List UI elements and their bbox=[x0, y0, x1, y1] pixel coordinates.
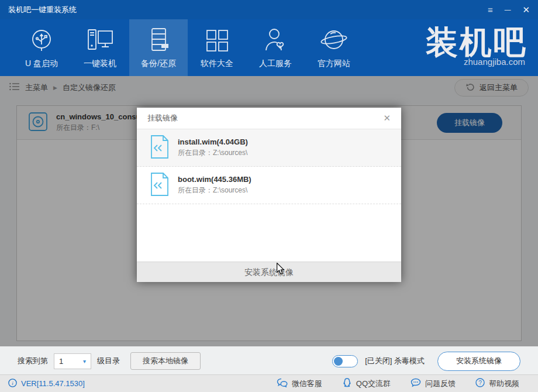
bottom-right-group: [已关闭] 杀毒模式 安装系统镜像 bbox=[332, 352, 520, 371]
mouse-cursor bbox=[276, 263, 285, 277]
brand-logo: 装机吧 zhuangjiba.com bbox=[426, 23, 527, 67]
nav-tab-label: 软件大全 bbox=[201, 59, 233, 69]
list-item[interactable]: boot.wim(445.36MB) 所在目录：Z:\sources\ bbox=[137, 167, 401, 204]
chevron-down-icon: ▾ bbox=[83, 358, 86, 365]
dialog-header: 挂载镜像 ✕ bbox=[137, 108, 401, 129]
wim-file-icon bbox=[150, 135, 170, 161]
computer-icon bbox=[86, 26, 114, 54]
usb-icon bbox=[28, 26, 55, 54]
nav-tab-usb-boot[interactable]: U 盘启动 bbox=[12, 19, 71, 76]
nav-tab-backup-restore[interactable]: 备份/还原 bbox=[129, 19, 188, 76]
minimize-icon[interactable]: ─ bbox=[505, 5, 511, 14]
search-depth-suffix-label: 级目录 bbox=[97, 356, 120, 366]
menu-icon[interactable]: ≡ bbox=[488, 5, 493, 14]
wechat-link-label: 微信客服 bbox=[292, 379, 322, 389]
search-local-images-button[interactable]: 搜索本地镜像 bbox=[130, 352, 201, 370]
qq-group-link[interactable]: QQ交流群 bbox=[342, 378, 391, 390]
window-title: 装机吧一键重装系统 bbox=[8, 5, 77, 15]
window-controls: ≡ ─ ✕ bbox=[488, 5, 530, 14]
help-video-link[interactable]: ? 帮助视频 bbox=[475, 378, 519, 389]
version-label: VER[11.5.47.1530] bbox=[21, 379, 85, 388]
app-window: 装机吧一键重装系统 ≡ ─ ✕ U 盘启动 bbox=[0, 0, 538, 392]
feedback-link-label: 问题反馈 bbox=[425, 379, 456, 389]
depth-select[interactable]: 1 ▾ bbox=[54, 353, 91, 369]
qq-icon bbox=[342, 378, 352, 390]
help-link-label: 帮助视频 bbox=[489, 379, 519, 389]
wim-meta: boot.wim(445.36MB) 所在目录：Z:\sources\ bbox=[178, 175, 251, 195]
list-item[interactable]: install.wim(4.04GB) 所在目录：Z:\sources\ bbox=[137, 129, 401, 167]
install-system-image-button[interactable]: 安装系统镜像 bbox=[437, 352, 520, 371]
wim-meta: install.wim(4.04GB) 所在目录：Z:\sources\ bbox=[178, 137, 248, 158]
close-icon[interactable]: ✕ bbox=[522, 5, 530, 14]
nav-tab-label: 官方网站 bbox=[318, 59, 350, 69]
nav-tab-label: 人工服务 bbox=[259, 59, 292, 69]
wim-name: boot.wim(445.36MB) bbox=[178, 175, 251, 184]
wim-path: 所在目录：Z:\sources\ bbox=[178, 148, 248, 158]
wim-path: 所在目录：Z:\sources\ bbox=[178, 185, 251, 195]
svg-text:i: i bbox=[12, 380, 13, 386]
wim-file-icon bbox=[150, 172, 170, 199]
install-system-image-button[interactable]: 安装系统镜像 bbox=[137, 262, 401, 282]
globe-icon bbox=[319, 26, 349, 54]
brand-logo-text: 装机吧 bbox=[426, 23, 527, 61]
nav-tab-label: 备份/还原 bbox=[141, 59, 176, 69]
wechat-icon bbox=[277, 378, 288, 389]
close-icon[interactable]: ✕ bbox=[383, 113, 391, 123]
wim-name: install.wim(4.04GB) bbox=[178, 137, 248, 146]
depth-select-value: 1 bbox=[59, 357, 63, 366]
dialog-title: 挂载镜像 bbox=[147, 113, 178, 123]
nav-tab-website[interactable]: 官方网站 bbox=[305, 19, 363, 76]
wechat-support-link[interactable]: 微信客服 bbox=[277, 378, 322, 389]
feedback-link[interactable]: 问题反馈 bbox=[411, 378, 456, 389]
antivirus-mode-label: [已关闭] 杀毒模式 bbox=[365, 356, 425, 366]
toggle-knob bbox=[334, 357, 343, 366]
mount-image-dialog: 挂载镜像 ✕ install.wim(4.04GB) 所在目录：Z:\sourc… bbox=[137, 108, 401, 282]
nav-tab-label: 一键装机 bbox=[84, 59, 116, 69]
backup-restore-icon bbox=[145, 26, 172, 54]
search-depth-prefix-label: 搜索到第 bbox=[18, 356, 48, 366]
bottom-bar: 搜索到第 1 ▾ 级目录 搜索本地镜像 [已关闭] 杀毒模式 安装系统镜像 bbox=[0, 350, 538, 372]
status-footer: i VER[11.5.47.1530] 微信客服 bbox=[0, 374, 538, 392]
antivirus-mode-toggle[interactable] bbox=[332, 355, 358, 367]
main-nav: U 盘启动 一键装机 备份/还原 bbox=[0, 19, 538, 76]
feedback-icon bbox=[411, 378, 421, 389]
support-person-icon bbox=[262, 26, 289, 54]
nav-tab-label: U 盘启动 bbox=[25, 59, 58, 69]
footer-links: 微信客服 QQ交流群 问题反馈 bbox=[277, 378, 519, 390]
apps-grid-icon bbox=[204, 26, 230, 54]
nav-tab-one-key-install[interactable]: 一键装机 bbox=[71, 19, 129, 76]
svg-text:?: ? bbox=[478, 380, 482, 386]
help-icon: ? bbox=[475, 378, 485, 389]
nav-tab-support[interactable]: 人工服务 bbox=[246, 19, 305, 76]
qq-link-label: QQ交流群 bbox=[356, 379, 391, 389]
nav-tab-software[interactable]: 软件大全 bbox=[188, 19, 246, 76]
version-info: i VER[11.5.47.1530] bbox=[8, 379, 85, 389]
info-icon: i bbox=[8, 379, 17, 389]
title-bar: 装机吧一键重装系统 ≡ ─ ✕ bbox=[0, 0, 538, 19]
